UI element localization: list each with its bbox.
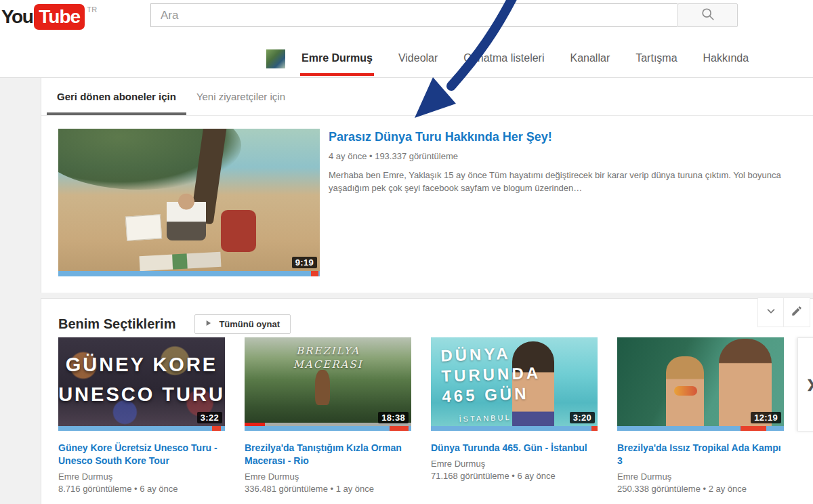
- video-card: DÜNYA TURUNDA 465 GÜN İSTANBUL 3:20 Düny…: [431, 337, 598, 494]
- video-shelf: GÜNEY KORE UNESCO TURU 3:22 Güney Kore Ü…: [41, 337, 813, 494]
- logo-text-you: You: [1, 4, 33, 30]
- video-card: GÜNEY KORE UNESCO TURU 3:22 Güney Kore Ü…: [58, 337, 225, 494]
- collapse-section-button[interactable]: [757, 297, 784, 327]
- search-input[interactable]: [150, 3, 678, 27]
- subtab-new-visitors[interactable]: Yeni ziyaretçiler için: [186, 78, 295, 115]
- tab-playlists[interactable]: Oynatma listeleri: [463, 41, 544, 77]
- video-card: BREZILYA MACERASI 18:38 Brezilya'da Tanı…: [245, 337, 411, 494]
- play-all-label: Tümünü oynat: [219, 319, 280, 329]
- video-thumbnail[interactable]: 12:19: [617, 337, 784, 431]
- top-header: You Tube TR Emre Durmuş Videolar Oynatma…: [0, 0, 813, 78]
- subtab-returning-subscribers[interactable]: Geri dönen aboneler için: [47, 78, 186, 115]
- video-channel[interactable]: Emre Durmuş: [245, 471, 411, 482]
- magnifier-icon: [701, 7, 715, 24]
- featured-video-title[interactable]: Parasız Dünya Turu Hakkında Her Şey!: [329, 129, 784, 145]
- duration-badge: 18:38: [378, 412, 409, 423]
- tab-channel-home[interactable]: Emre Durmuş: [301, 41, 373, 77]
- duration-badge: 3:20: [570, 412, 595, 423]
- featured-video-thumbnail[interactable]: 9:19: [58, 129, 320, 276]
- video-title[interactable]: Güney Kore Ücretsiz Unesco Turu - Unesco…: [58, 442, 225, 467]
- play-all-button[interactable]: Tümünü oynat: [194, 314, 291, 334]
- duration-badge: 12:19: [751, 412, 781, 423]
- video-meta: 71.168 görüntüleme • 6 ay önce: [431, 471, 598, 481]
- featured-section: Geri dönen aboneler için Yeni ziyaretçil…: [41, 78, 813, 293]
- chevron-down-icon: [765, 305, 777, 320]
- video-meta: 336.481 görüntüleme • 1 ay önce: [245, 484, 411, 494]
- channel-nav: Emre Durmuş Videolar Oynatma listeleri K…: [0, 41, 813, 77]
- video-channel[interactable]: Emre Durmuş: [58, 471, 225, 482]
- video-meta: 8.716 görüntüleme • 6 ay önce: [58, 484, 225, 494]
- search-button[interactable]: [678, 3, 738, 27]
- chevron-right-icon: ❯: [806, 377, 813, 392]
- pencil-icon: [791, 305, 803, 320]
- video-thumbnail[interactable]: DÜNYA TURUNDA 465 GÜN İSTANBUL 3:20: [431, 337, 598, 431]
- video-thumbnail[interactable]: BREZILYA MACERASI 18:38: [245, 337, 411, 431]
- shelf-title: Benim Seçtiklerim: [58, 316, 175, 332]
- tab-discussion[interactable]: Tartışma: [635, 41, 677, 77]
- video-thumbnail[interactable]: GÜNEY KORE UNESCO TURU 3:22: [58, 337, 225, 431]
- shelf-next-button[interactable]: ❯: [797, 337, 813, 432]
- channel-avatar[interactable]: [266, 49, 285, 68]
- video-title[interactable]: Brezilya'da Tanıştığım Kızla Orman Macer…: [245, 442, 411, 467]
- video-channel[interactable]: Emre Durmuş: [431, 459, 598, 469]
- video-channel[interactable]: Emre Durmuş: [617, 471, 784, 482]
- tab-channels[interactable]: Kanallar: [570, 41, 610, 77]
- tab-videos[interactable]: Videolar: [398, 41, 438, 77]
- logo-region-label: TR: [87, 5, 98, 14]
- my-picks-section: Benim Seçtiklerim Tümünü oynat: [41, 298, 813, 504]
- logo-text-tube: Tube: [34, 4, 85, 30]
- play-icon: [203, 318, 213, 330]
- audience-subtabs: Geri dönen aboneler için Yeni ziyaretçil…: [41, 78, 813, 116]
- duration-badge: 3:22: [197, 412, 222, 423]
- thumbnail-bottom-strip: [58, 271, 320, 276]
- video-title[interactable]: Dünya Turunda 465. Gün - İstanbul: [431, 442, 598, 455]
- featured-video-meta: 4 ay önce • 193.337 görüntüleme: [329, 151, 784, 161]
- video-card: 12:19 Brezilya'da Issız Tropikal Ada Kam…: [617, 337, 784, 494]
- tab-about[interactable]: Hakkında: [703, 41, 749, 77]
- video-title[interactable]: Brezilya'da Issız Tropikal Ada Kampı 3: [617, 442, 784, 467]
- video-meta: 250.338 görüntüleme • 2 ay önce: [617, 484, 784, 494]
- duration-badge: 9:19: [292, 257, 317, 268]
- featured-thumbnail-art: [58, 129, 320, 276]
- youtube-logo[interactable]: You Tube TR: [1, 4, 98, 30]
- edit-section-button[interactable]: [784, 297, 810, 327]
- featured-video-description: Merhaba ben Emre, Yaklaşık 15 ay önce Tü…: [329, 169, 784, 194]
